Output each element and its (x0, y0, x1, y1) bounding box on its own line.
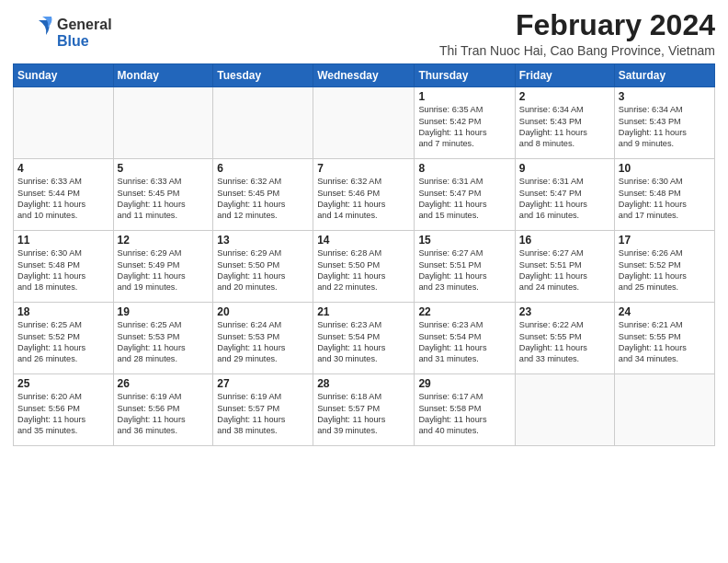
day-number: 25 (17, 377, 109, 390)
day-number: 11 (17, 234, 109, 247)
day-cell: 10Sunrise: 6:30 AM Sunset: 5:48 PM Dayli… (614, 159, 714, 231)
day-number: 4 (17, 162, 109, 175)
day-number: 17 (619, 234, 711, 247)
day-number: 20 (217, 305, 309, 318)
day-info: Sunrise: 6:25 AM Sunset: 5:52 PM Dayligh… (17, 319, 109, 365)
day-number: 14 (317, 234, 410, 247)
day-cell: 26Sunrise: 6:19 AM Sunset: 5:56 PM Dayli… (113, 374, 213, 446)
day-cell: 9Sunrise: 6:31 AM Sunset: 5:47 PM Daylig… (515, 159, 614, 231)
calendar-table: SundayMondayTuesdayWednesdayThursdayFrid… (13, 63, 715, 446)
day-info: Sunrise: 6:32 AM Sunset: 5:46 PM Dayligh… (317, 176, 410, 222)
day-info: Sunrise: 6:29 AM Sunset: 5:50 PM Dayligh… (217, 247, 309, 293)
day-cell: 3Sunrise: 6:34 AM Sunset: 5:43 PM Daylig… (614, 87, 714, 159)
day-cell: 2Sunrise: 6:34 AM Sunset: 5:43 PM Daylig… (515, 87, 614, 159)
week-row-2: 11Sunrise: 6:30 AM Sunset: 5:48 PM Dayli… (14, 231, 715, 303)
day-info: Sunrise: 6:19 AM Sunset: 5:56 PM Dayligh… (118, 391, 210, 437)
day-info: Sunrise: 6:31 AM Sunset: 5:47 PM Dayligh… (519, 176, 610, 222)
day-info: Sunrise: 6:33 AM Sunset: 5:44 PM Dayligh… (17, 176, 109, 222)
day-cell: 13Sunrise: 6:29 AM Sunset: 5:50 PM Dayli… (213, 231, 313, 303)
col-header-tuesday: Tuesday (213, 64, 313, 87)
day-cell: 16Sunrise: 6:27 AM Sunset: 5:51 PM Dayli… (515, 231, 614, 303)
day-info: Sunrise: 6:27 AM Sunset: 5:51 PM Dayligh… (519, 247, 610, 293)
day-number: 5 (118, 162, 210, 175)
col-header-monday: Monday (113, 64, 213, 87)
day-number: 21 (317, 305, 410, 318)
day-info: Sunrise: 6:21 AM Sunset: 5:55 PM Dayligh… (619, 319, 711, 365)
week-row-4: 25Sunrise: 6:20 AM Sunset: 5:56 PM Dayli… (14, 374, 715, 446)
day-info: Sunrise: 6:17 AM Sunset: 5:58 PM Dayligh… (418, 391, 510, 437)
day-number: 24 (619, 305, 711, 318)
day-info: Sunrise: 6:34 AM Sunset: 5:43 PM Dayligh… (519, 104, 610, 150)
day-info: Sunrise: 6:22 AM Sunset: 5:55 PM Dayligh… (519, 319, 610, 365)
day-info: Sunrise: 6:30 AM Sunset: 5:48 PM Dayligh… (17, 247, 109, 293)
day-number: 23 (519, 305, 610, 318)
day-cell: 20Sunrise: 6:24 AM Sunset: 5:53 PM Dayli… (213, 303, 313, 374)
day-info: Sunrise: 6:25 AM Sunset: 5:53 PM Dayligh… (118, 319, 210, 365)
day-number: 16 (519, 234, 610, 247)
day-info: Sunrise: 6:32 AM Sunset: 5:45 PM Dayligh… (217, 176, 309, 222)
day-cell: 4Sunrise: 6:33 AM Sunset: 5:44 PM Daylig… (14, 159, 114, 231)
day-info: Sunrise: 6:23 AM Sunset: 5:54 PM Dayligh… (418, 319, 510, 365)
day-cell: 5Sunrise: 6:33 AM Sunset: 5:45 PM Daylig… (113, 159, 213, 231)
day-cell (113, 87, 213, 159)
day-cell: 1Sunrise: 6:35 AM Sunset: 5:42 PM Daylig… (415, 87, 515, 159)
page: GeneralBlue February 2024 Thi Tran Nuoc … (0, 0, 728, 452)
day-info: Sunrise: 6:35 AM Sunset: 5:42 PM Dayligh… (418, 104, 510, 150)
day-number: 10 (619, 162, 711, 175)
day-number: 13 (217, 234, 309, 247)
day-cell (515, 374, 614, 446)
day-cell: 19Sunrise: 6:25 AM Sunset: 5:53 PM Dayli… (113, 303, 213, 374)
day-number: 26 (118, 377, 210, 390)
day-info: Sunrise: 6:27 AM Sunset: 5:51 PM Dayligh… (418, 247, 510, 293)
logo: GeneralBlue (13, 13, 112, 53)
day-cell: 15Sunrise: 6:27 AM Sunset: 5:51 PM Dayli… (415, 231, 515, 303)
col-header-friday: Friday (515, 64, 614, 87)
day-info: Sunrise: 6:29 AM Sunset: 5:49 PM Dayligh… (118, 247, 210, 293)
day-number: 6 (217, 162, 309, 175)
day-number: 9 (519, 162, 610, 175)
day-cell (313, 87, 415, 159)
day-number: 15 (418, 234, 510, 247)
week-row-3: 18Sunrise: 6:25 AM Sunset: 5:52 PM Dayli… (14, 303, 715, 374)
day-number: 19 (118, 305, 210, 318)
header-row: SundayMondayTuesdayWednesdayThursdayFrid… (14, 64, 715, 87)
day-number: 1 (418, 90, 510, 103)
day-cell (213, 87, 313, 159)
day-cell: 29Sunrise: 6:17 AM Sunset: 5:58 PM Dayli… (415, 374, 515, 446)
day-info: Sunrise: 6:31 AM Sunset: 5:47 PM Dayligh… (418, 176, 510, 222)
day-info: Sunrise: 6:34 AM Sunset: 5:43 PM Dayligh… (619, 104, 711, 150)
day-number: 7 (317, 162, 410, 175)
day-info: Sunrise: 6:23 AM Sunset: 5:54 PM Dayligh… (317, 319, 410, 365)
logo-text: GeneralBlue (57, 17, 112, 49)
day-cell: 8Sunrise: 6:31 AM Sunset: 5:47 PM Daylig… (415, 159, 515, 231)
day-cell: 28Sunrise: 6:18 AM Sunset: 5:57 PM Dayli… (313, 374, 415, 446)
day-number: 8 (418, 162, 510, 175)
day-info: Sunrise: 6:28 AM Sunset: 5:50 PM Dayligh… (317, 247, 410, 293)
day-info: Sunrise: 6:24 AM Sunset: 5:53 PM Dayligh… (217, 319, 309, 365)
day-cell: 25Sunrise: 6:20 AM Sunset: 5:56 PM Dayli… (14, 374, 114, 446)
day-cell: 14Sunrise: 6:28 AM Sunset: 5:50 PM Dayli… (313, 231, 415, 303)
logo-icon (13, 13, 53, 53)
day-number: 28 (317, 377, 410, 390)
day-cell: 21Sunrise: 6:23 AM Sunset: 5:54 PM Dayli… (313, 303, 415, 374)
col-header-wednesday: Wednesday (313, 64, 415, 87)
day-cell: 6Sunrise: 6:32 AM Sunset: 5:45 PM Daylig… (213, 159, 313, 231)
day-cell: 27Sunrise: 6:19 AM Sunset: 5:57 PM Dayli… (213, 374, 313, 446)
day-number: 3 (619, 90, 711, 103)
week-row-1: 4Sunrise: 6:33 AM Sunset: 5:44 PM Daylig… (14, 159, 715, 231)
col-header-thursday: Thursday (415, 64, 515, 87)
day-number: 18 (17, 305, 109, 318)
day-cell: 17Sunrise: 6:26 AM Sunset: 5:52 PM Dayli… (614, 231, 714, 303)
col-header-sunday: Sunday (14, 64, 114, 87)
day-cell: 18Sunrise: 6:25 AM Sunset: 5:52 PM Dayli… (14, 303, 114, 374)
day-info: Sunrise: 6:30 AM Sunset: 5:48 PM Dayligh… (619, 176, 711, 222)
col-header-saturday: Saturday (614, 64, 714, 87)
day-cell: 11Sunrise: 6:30 AM Sunset: 5:48 PM Dayli… (14, 231, 114, 303)
day-info: Sunrise: 6:33 AM Sunset: 5:45 PM Dayligh… (118, 176, 210, 222)
day-cell: 23Sunrise: 6:22 AM Sunset: 5:55 PM Dayli… (515, 303, 614, 374)
day-number: 27 (217, 377, 309, 390)
day-number: 22 (418, 305, 510, 318)
day-cell: 12Sunrise: 6:29 AM Sunset: 5:49 PM Dayli… (113, 231, 213, 303)
month-year-title: February 2024 (439, 9, 715, 41)
day-info: Sunrise: 6:20 AM Sunset: 5:56 PM Dayligh… (17, 391, 109, 437)
